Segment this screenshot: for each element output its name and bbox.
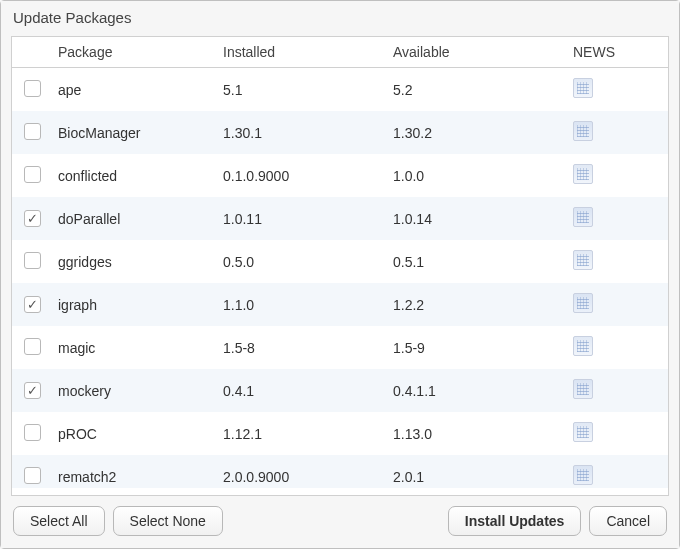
cell-installed: 1.12.1	[217, 412, 387, 455]
cell-available: 1.2.2	[387, 283, 567, 326]
cell-installed: 1.5-8	[217, 326, 387, 369]
packages-table: Package Installed Available NEWS	[12, 37, 668, 68]
packages-table-container: Package Installed Available NEWS ape5.15…	[11, 36, 669, 496]
cell-available: 1.30.2	[387, 111, 567, 154]
col-header-installed[interactable]: Installed	[217, 37, 387, 68]
table-row: igraph1.1.01.2.2	[12, 283, 668, 326]
news-icon[interactable]	[573, 379, 593, 399]
cell-installed: 0.5.0	[217, 240, 387, 283]
news-icon[interactable]	[573, 78, 593, 98]
table-row: rematch22.0.0.90002.0.1	[12, 455, 668, 488]
table-row: doParallel1.0.111.0.14	[12, 197, 668, 240]
table-row: BiocManager1.30.11.30.2	[12, 111, 668, 154]
select-all-button[interactable]: Select All	[13, 506, 105, 536]
install-updates-button[interactable]: Install Updates	[448, 506, 582, 536]
cell-installed: 2.0.0.9000	[217, 455, 387, 488]
cell-package: ape	[52, 68, 217, 111]
row-checkbox[interactable]	[24, 467, 41, 484]
col-header-checkbox[interactable]	[12, 37, 52, 68]
cell-package: magic	[52, 326, 217, 369]
cell-installed: 1.0.11	[217, 197, 387, 240]
row-checkbox[interactable]	[24, 296, 41, 313]
row-checkbox[interactable]	[24, 424, 41, 441]
cell-package: BiocManager	[52, 111, 217, 154]
cell-installed: 5.1	[217, 68, 387, 111]
row-checkbox[interactable]	[24, 382, 41, 399]
news-icon[interactable]	[573, 121, 593, 141]
row-checkbox[interactable]	[24, 252, 41, 269]
table-row: magic1.5-81.5-9	[12, 326, 668, 369]
table-row: conflicted0.1.0.90001.0.0	[12, 154, 668, 197]
packages-table-body-scroll[interactable]: ape5.15.2BiocManager1.30.11.30.2conflict…	[12, 68, 668, 488]
cell-installed: 0.1.0.9000	[217, 154, 387, 197]
cancel-button[interactable]: Cancel	[589, 506, 667, 536]
cell-installed: 0.4.1	[217, 369, 387, 412]
cell-available: 2.0.1	[387, 455, 567, 488]
news-icon[interactable]	[573, 207, 593, 227]
cell-package: igraph	[52, 283, 217, 326]
cell-package: conflicted	[52, 154, 217, 197]
update-packages-dialog: Update Packages Package Installed Availa…	[0, 0, 680, 549]
cell-installed: 1.30.1	[217, 111, 387, 154]
cell-package: doParallel	[52, 197, 217, 240]
cell-available: 1.0.0	[387, 154, 567, 197]
row-checkbox[interactable]	[24, 210, 41, 227]
news-icon[interactable]	[573, 164, 593, 184]
news-icon[interactable]	[573, 293, 593, 313]
cell-package: rematch2	[52, 455, 217, 488]
cell-available: 1.13.0	[387, 412, 567, 455]
table-row: ape5.15.2	[12, 68, 668, 111]
select-none-button[interactable]: Select None	[113, 506, 223, 536]
dialog-title: Update Packages	[1, 1, 679, 30]
cell-package: ggridges	[52, 240, 217, 283]
col-header-news[interactable]: NEWS	[567, 37, 668, 68]
news-icon[interactable]	[573, 250, 593, 270]
news-icon[interactable]	[573, 422, 593, 442]
row-checkbox[interactable]	[24, 123, 41, 140]
col-header-available[interactable]: Available	[387, 37, 567, 68]
cell-available: 1.0.14	[387, 197, 567, 240]
cell-available: 0.5.1	[387, 240, 567, 283]
table-row: ggridges0.5.00.5.1	[12, 240, 668, 283]
news-icon[interactable]	[573, 336, 593, 356]
table-row: pROC1.12.11.13.0	[12, 412, 668, 455]
cell-available: 5.2	[387, 68, 567, 111]
dialog-button-row: Select All Select None Install Updates C…	[1, 496, 679, 548]
cell-available: 0.4.1.1	[387, 369, 567, 412]
col-header-package[interactable]: Package	[52, 37, 217, 68]
news-icon[interactable]	[573, 465, 593, 485]
cell-available: 1.5-9	[387, 326, 567, 369]
cell-package: mockery	[52, 369, 217, 412]
packages-table-body: ape5.15.2BiocManager1.30.11.30.2conflict…	[12, 68, 668, 488]
table-row: mockery0.4.10.4.1.1	[12, 369, 668, 412]
cell-installed: 1.1.0	[217, 283, 387, 326]
cell-package: pROC	[52, 412, 217, 455]
row-checkbox[interactable]	[24, 166, 41, 183]
row-checkbox[interactable]	[24, 338, 41, 355]
row-checkbox[interactable]	[24, 80, 41, 97]
